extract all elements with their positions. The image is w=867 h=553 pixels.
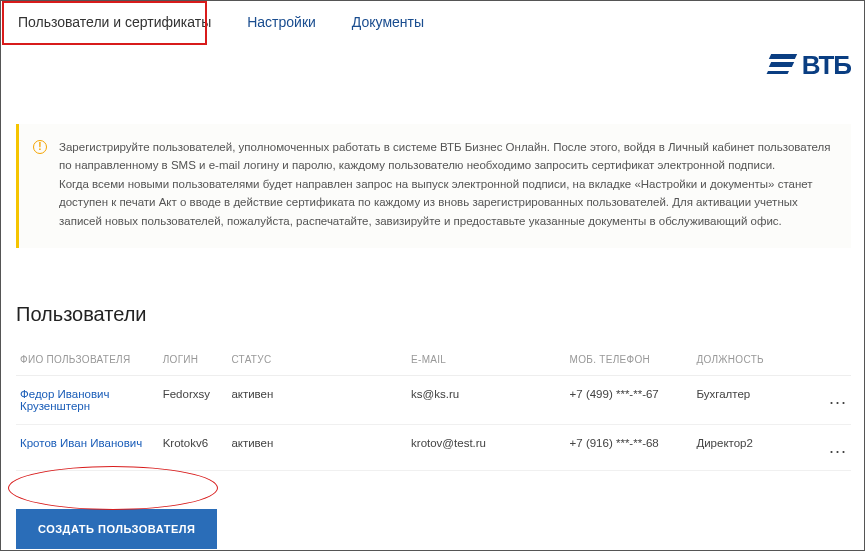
section-title-users: Пользователи (16, 303, 851, 326)
col-header-status: Статус (227, 344, 407, 376)
table-row: Федор Иванович Крузенштерн Fedorxsy акти… (16, 375, 851, 424)
vtb-logo-icon (770, 54, 798, 78)
info-text: Зарегистрируйте пользователей, уполномоч… (59, 138, 835, 230)
user-phone: +7 (499) ***-**-67 (566, 375, 693, 424)
col-header-name: ФИО пользователя (16, 344, 159, 376)
user-email: ks@ks.ru (407, 375, 566, 424)
user-name-link[interactable]: Федор Иванович Крузенштерн (16, 375, 159, 424)
row-actions-icon[interactable]: ... (819, 424, 851, 470)
row-actions-icon[interactable]: ... (819, 375, 851, 424)
vtb-logo-text: ВТБ (802, 50, 851, 81)
info-icon: ! (33, 140, 47, 154)
tab-settings[interactable]: Настройки (229, 0, 334, 44)
col-header-actions (819, 344, 851, 376)
table-row: Кротов Иван Иванович Krotokv6 активен kr… (16, 424, 851, 470)
col-header-login: Логин (159, 344, 228, 376)
tab-users[interactable]: Пользователи и сертификаты (0, 0, 229, 44)
user-position: Бухгалтер (692, 375, 819, 424)
user-email: krotov@test.ru (407, 424, 566, 470)
col-header-email: E-mail (407, 344, 566, 376)
user-status: активен (227, 375, 407, 424)
tab-documents[interactable]: Документы (334, 0, 442, 44)
user-name-link[interactable]: Кротов Иван Иванович (16, 424, 159, 470)
col-header-phone: Моб. телефон (566, 344, 693, 376)
create-user-button[interactable]: Создать пользователя (16, 509, 217, 549)
user-position: Директор2 (692, 424, 819, 470)
user-login: Krotokv6 (159, 424, 228, 470)
user-status: активен (227, 424, 407, 470)
tabs-bar: Пользователи и сертификаты Настройки Док… (0, 0, 867, 44)
info-banner: ! Зарегистрируйте пользователей, уполном… (16, 124, 851, 248)
user-phone: +7 (916) ***-**-68 (566, 424, 693, 470)
vtb-logo: ВТБ (770, 50, 851, 81)
user-login: Fedorxsy (159, 375, 228, 424)
users-table: ФИО пользователя Логин Статус E-mail Моб… (16, 344, 851, 471)
col-header-position: Должность (692, 344, 819, 376)
